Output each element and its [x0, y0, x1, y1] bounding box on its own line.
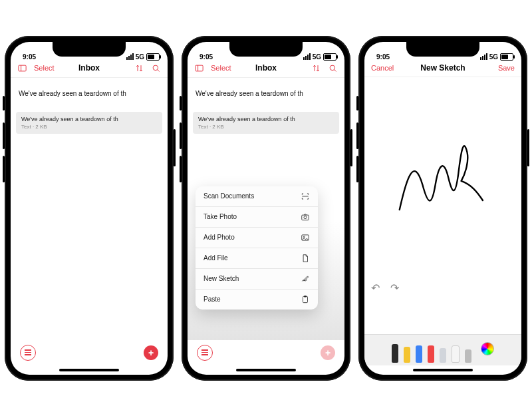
phone-3: 9:05 5G Cancel New Sketch Save ↶ ↷: [358, 36, 527, 381]
nav-bar: Select Inbox: [188, 61, 344, 78]
attachment-meta: Text · 2 KB: [198, 124, 334, 130]
menu-item-add-file[interactable]: Add File: [196, 248, 318, 269]
search-icon[interactable]: [151, 63, 161, 73]
phone-2: 9:05 5G Select Inbox We've already seen …: [182, 36, 350, 381]
page-title: Inbox: [78, 63, 100, 73]
menu-item-take-photo[interactable]: Take Photo: [196, 207, 318, 228]
svg-point-6: [330, 65, 335, 71]
note-preview[interactable]: We've already seen a teardown of th: [188, 78, 344, 97]
home-indicator[interactable]: [364, 365, 521, 375]
cancel-button[interactable]: Cancel: [371, 64, 394, 72]
tool-eraser[interactable]: [452, 345, 460, 363]
select-button[interactable]: Select: [34, 64, 55, 72]
menu-item-paste[interactable]: Paste: [196, 290, 318, 310]
svg-point-2: [153, 65, 158, 71]
svg-point-12: [303, 236, 305, 237]
scan-icon: [301, 192, 310, 201]
battery-icon: [500, 53, 513, 61]
sort-icon[interactable]: [311, 63, 321, 73]
signal-icon: [303, 53, 311, 60]
signal-icon: [480, 53, 487, 60]
menu-label: New Sketch: [203, 275, 239, 282]
image-icon: [301, 233, 310, 242]
svg-line-3: [158, 69, 160, 71]
nav-bar: Cancel New Sketch Save: [364, 61, 521, 77]
undo-redo: ↶ ↷: [371, 282, 399, 294]
svg-rect-13: [303, 296, 308, 302]
sidebar-icon[interactable]: [17, 63, 27, 73]
svg-rect-14: [304, 296, 307, 297]
notch: [229, 42, 303, 57]
battery-icon: [146, 53, 160, 61]
tool-ruler[interactable]: [465, 349, 471, 363]
menu-button[interactable]: [20, 345, 36, 361]
network-label: 5G: [136, 53, 144, 61]
add-button[interactable]: +: [321, 345, 335, 360]
network-label: 5G: [313, 53, 321, 61]
redo-icon[interactable]: ↷: [390, 282, 399, 294]
notch: [53, 42, 126, 57]
file-icon: [301, 254, 310, 263]
undo-icon[interactable]: ↶: [371, 282, 380, 294]
drawing-toolbar: [364, 334, 521, 365]
menu-label: Scan Documents: [203, 192, 254, 200]
attachment-meta: Text · 2 KB: [21, 124, 157, 130]
tool-pencil[interactable]: [440, 348, 446, 363]
menu-label: Add File: [203, 254, 228, 262]
paste-icon: [301, 295, 310, 304]
home-indicator[interactable]: [11, 365, 168, 375]
status-time: 9:05: [200, 53, 213, 61]
menu-label: Paste: [203, 296, 221, 303]
sort-icon[interactable]: [134, 63, 144, 73]
add-button[interactable]: +: [144, 345, 158, 360]
svg-rect-0: [19, 65, 26, 71]
save-button[interactable]: Save: [498, 64, 515, 72]
battery-icon: [323, 53, 336, 61]
context-menu: Scan Documents Take Photo Add Photo Add …: [196, 186, 318, 310]
search-icon[interactable]: [328, 63, 338, 73]
page-title: Inbox: [255, 63, 277, 73]
phone-1: 9:05 5G Select Inbox We've already seen …: [5, 36, 174, 381]
content-area: We've already seen a teardown of th We'v…: [188, 78, 344, 340]
sketch-icon: [301, 274, 310, 284]
tool-marker-red[interactable]: [428, 345, 434, 363]
sidebar-icon[interactable]: [194, 63, 204, 73]
menu-label: Add Photo: [203, 234, 235, 241]
bottom-bar: +: [11, 340, 168, 365]
tool-pen[interactable]: [392, 344, 398, 363]
sketch-stroke: [392, 113, 493, 242]
select-button[interactable]: Select: [211, 64, 231, 72]
tool-marker-blue[interactable]: [416, 345, 422, 363]
camera-icon: [301, 212, 310, 222]
notch: [406, 42, 479, 57]
network-label: 5G: [489, 53, 498, 61]
attachment-row[interactable]: We've already seen a teardown of th Text…: [16, 112, 162, 134]
signal-icon: [126, 53, 134, 60]
status-time: 9:05: [23, 53, 36, 61]
tool-highlighter[interactable]: [404, 347, 410, 363]
nav-bar: Select Inbox: [11, 61, 168, 78]
attachment-title: We've already seen a teardown of th: [198, 116, 334, 122]
menu-label: Take Photo: [203, 213, 237, 220]
content-area: We've already seen a teardown of th We'v…: [11, 78, 168, 340]
svg-rect-4: [196, 65, 203, 71]
home-indicator[interactable]: [188, 365, 344, 375]
menu-item-add-photo[interactable]: Add Photo: [196, 228, 318, 248]
menu-item-scan-documents[interactable]: Scan Documents: [196, 186, 318, 207]
bottom-bar: +: [188, 340, 344, 365]
page-title: New Sketch: [420, 63, 465, 73]
status-time: 9:05: [376, 53, 390, 61]
svg-line-7: [334, 69, 336, 71]
attachment-title: We've already seen a teardown of th: [21, 116, 157, 122]
svg-point-10: [304, 216, 307, 218]
attachment-row[interactable]: We've already seen a teardown of th Text…: [193, 112, 339, 134]
color-picker[interactable]: [481, 342, 494, 355]
note-preview[interactable]: We've already seen a teardown of th: [11, 78, 168, 97]
sketch-canvas[interactable]: ↶ ↷: [364, 77, 521, 334]
menu-button[interactable]: [197, 345, 213, 361]
menu-item-new-sketch[interactable]: New Sketch: [196, 269, 318, 290]
